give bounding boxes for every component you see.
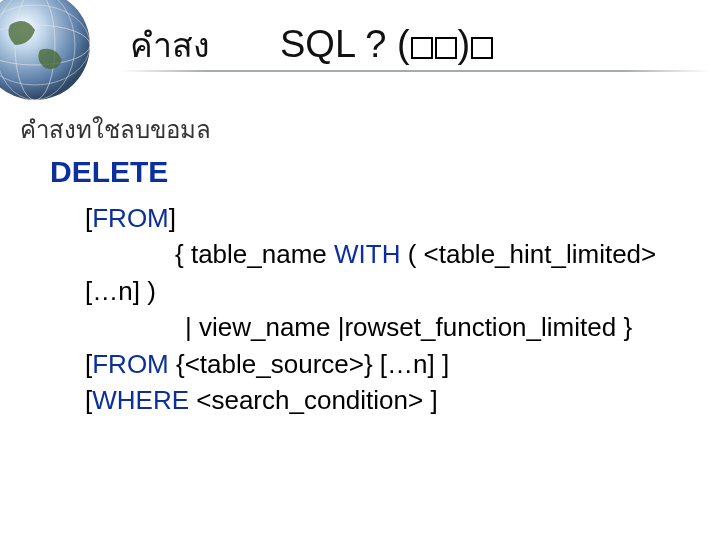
syntax-line-6: [WHERE <search_condition> ] <box>85 382 690 418</box>
placeholder-box-icon <box>411 37 433 59</box>
svg-point-4 <box>0 0 75 100</box>
globe-decoration <box>0 0 100 110</box>
placeholder-box-icon <box>435 37 457 59</box>
syntax-line-1: [FROM] <box>85 200 690 236</box>
placeholder-box-icon <box>471 37 493 59</box>
svg-point-1 <box>0 25 90 65</box>
text: <search_condition> ] <box>189 385 438 415</box>
syntax-line-4: | view_name |rowset_function_limited } <box>85 309 690 345</box>
text: ( <table_hint_limited> <box>400 239 656 269</box>
text: { table_name <box>175 239 334 269</box>
svg-point-0 <box>0 0 90 100</box>
title-sql-prefix: SQL ? ( <box>280 23 410 65</box>
title-sql-mid: ) <box>458 23 471 65</box>
title-underline <box>120 68 710 74</box>
syntax-line-3: […n] ) <box>85 273 690 309</box>
title-thai: คำสง <box>130 18 210 72</box>
svg-point-2 <box>0 5 90 85</box>
svg-point-3 <box>15 0 55 100</box>
title-sql: SQL ? () <box>280 23 494 66</box>
syntax-block: [FROM] { table_name WITH ( <table_hint_l… <box>85 200 690 418</box>
keyword-from: FROM <box>92 203 169 233</box>
svg-rect-5 <box>120 70 710 72</box>
bracket: ] <box>169 203 176 233</box>
keyword-where: WHERE <box>92 385 189 415</box>
keyword-delete: DELETE <box>50 155 168 189</box>
keyword-with: WITH <box>334 239 400 269</box>
slide-title-row: คำสง SQL ? () <box>130 18 700 72</box>
text: {<table_source>} […n] ] <box>169 349 449 379</box>
subtitle: คำสงทใชลบขอมล <box>20 110 211 149</box>
syntax-line-2: { table_name WITH ( <table_hint_limited> <box>85 236 690 272</box>
syntax-line-5: [FROM {<table_source>} […n] ] <box>85 346 690 382</box>
keyword-from: FROM <box>92 349 169 379</box>
